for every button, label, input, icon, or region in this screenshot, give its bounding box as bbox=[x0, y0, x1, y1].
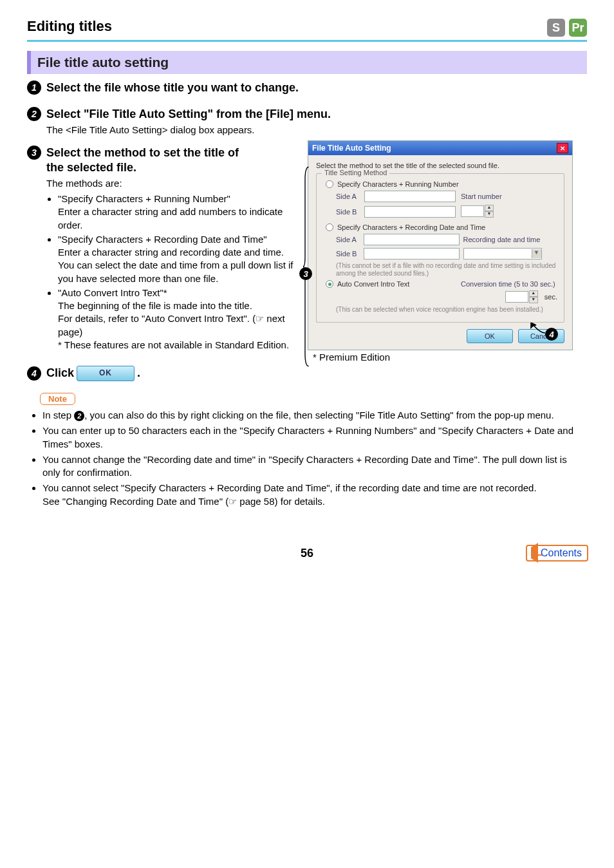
file-title-auto-setting-dialog: File Title Auto Setting ✕ Select the met… bbox=[308, 140, 573, 350]
ok-button-inline[interactable]: OK bbox=[77, 366, 135, 381]
section-heading: File title auto setting bbox=[27, 51, 587, 74]
side-b-label-1: Side B bbox=[336, 208, 360, 216]
step3-heading-line2: the selected file. bbox=[46, 160, 239, 175]
method1-title: "Specify Characters + Running Number" bbox=[58, 193, 230, 204]
note1-step-icon: 2 bbox=[74, 411, 84, 421]
dialog-ok-button[interactable]: OK bbox=[467, 329, 513, 343]
step-number-3: 3 bbox=[27, 146, 41, 160]
edition-badges: S Pr bbox=[547, 19, 587, 37]
callout-number-3: 3 bbox=[299, 267, 312, 280]
conversion-time-label: Conversion time (5 to 30 sec.) bbox=[461, 280, 557, 288]
recording-date-dropdown[interactable]: ▼ bbox=[463, 248, 542, 259]
side-a-input-1[interactable] bbox=[364, 191, 456, 202]
pointer-icon: ☞ bbox=[256, 314, 264, 324]
step1-heading: Select the file whose title you want to … bbox=[46, 80, 299, 95]
dialog-title: File Title Auto Setting bbox=[312, 144, 391, 153]
premium-caption: * Premium Edition bbox=[313, 352, 587, 363]
method2-body1: Enter a character string and recording d… bbox=[58, 246, 297, 259]
method3-note: * These features are not available in St… bbox=[58, 339, 297, 352]
start-number-label: Start number bbox=[461, 193, 557, 200]
radio-auto-convert-label: Auto Convert Intro Text bbox=[337, 280, 409, 288]
badge-standard: S bbox=[547, 19, 565, 37]
header-rule bbox=[27, 40, 587, 42]
triangle-left-icon bbox=[531, 543, 538, 563]
dialog-warn2: (This can be selected when voice recogni… bbox=[336, 306, 557, 314]
callout-arrow-icon bbox=[530, 323, 546, 334]
conversion-time-spin[interactable] bbox=[505, 291, 528, 303]
groupbox-legend: Title Setting Method bbox=[322, 169, 389, 176]
method3-title: "Auto Convert Intro Text"* bbox=[58, 287, 167, 298]
brace-icon bbox=[303, 167, 310, 366]
contents-button[interactable]: Contents bbox=[526, 545, 588, 561]
step-number-1: 1 bbox=[27, 80, 41, 95]
side-b-label-2: Side B bbox=[336, 250, 360, 258]
start-number-spin[interactable] bbox=[461, 205, 484, 217]
step3-intro: The methods are: bbox=[46, 177, 297, 190]
note-item-2: You can enter up to 50 characters each i… bbox=[42, 424, 587, 451]
spin-up-icon-2[interactable]: ▲ bbox=[529, 290, 538, 297]
note4-pre: See "Changing Recording Date and Time" ( bbox=[42, 496, 228, 507]
step4-pre: Click bbox=[46, 366, 74, 381]
step-number-4: 4 bbox=[27, 366, 41, 381]
method2-title: "Specify Characters + Recording Date and… bbox=[58, 234, 267, 245]
page-number: 56 bbox=[27, 547, 587, 560]
step2-body: The <File Title Auto Setting> dialog box… bbox=[46, 124, 587, 137]
sec-label: sec. bbox=[544, 293, 557, 301]
chevron-down-icon: ▼ bbox=[532, 249, 541, 258]
step3-heading-line1: Select the method to set the title of bbox=[46, 146, 239, 160]
side-a-label-2: Side A bbox=[336, 236, 360, 243]
close-icon[interactable]: ✕ bbox=[557, 143, 568, 153]
side-a-label-1: Side A bbox=[336, 193, 360, 200]
triangle-underline-icon bbox=[533, 554, 542, 556]
method2-body2: You can select the date and time from a … bbox=[58, 259, 297, 285]
side-b-input-2[interactable] bbox=[364, 248, 459, 259]
pointer-icon-2: ☞ bbox=[228, 496, 237, 507]
method1-body: Enter a character string and add numbers… bbox=[58, 205, 297, 232]
note1-pre: In step bbox=[42, 410, 74, 420]
recording-date-label: Recording date and time bbox=[463, 236, 557, 243]
method3-body2a: For details, refer to "Auto Convert Intr… bbox=[58, 313, 256, 324]
spin-up-icon[interactable]: ▲ bbox=[485, 205, 494, 211]
step2-heading: Select "File Title Auto Setting" from th… bbox=[46, 107, 331, 122]
radio-auto-convert[interactable] bbox=[326, 280, 333, 288]
note-item-1: In step 2, you can also do this by right… bbox=[42, 409, 587, 422]
spin-down-icon[interactable]: ▼ bbox=[485, 211, 494, 218]
note4-post: page 58) for details. bbox=[237, 496, 325, 507]
note-label: Note bbox=[40, 393, 75, 405]
note4-line1: You cannot select "Specify Characters + … bbox=[42, 482, 537, 493]
step-number-2: 2 bbox=[27, 107, 41, 121]
dialog-warn1: (This cannot be set if a file with no re… bbox=[336, 262, 557, 278]
radio-running-number[interactable] bbox=[326, 180, 333, 188]
contents-label: Contents bbox=[541, 547, 582, 559]
side-b-input-1[interactable] bbox=[364, 206, 456, 218]
note-item-4: You cannot select "Specify Characters + … bbox=[42, 482, 587, 508]
badge-premium: Pr bbox=[569, 19, 587, 37]
spin-down-icon-2[interactable]: ▼ bbox=[529, 297, 538, 303]
note-item-3: You cannot change the "Recording date an… bbox=[42, 453, 587, 480]
radio-recording-date[interactable] bbox=[326, 223, 333, 231]
side-a-input-2[interactable] bbox=[364, 234, 459, 245]
callout-number-4: 4 bbox=[545, 328, 558, 341]
radio-running-number-label: Specify Characters + Running Number bbox=[337, 180, 459, 188]
radio-recording-date-label: Specify Characters + Recording Date and … bbox=[337, 223, 485, 231]
page-title: Editing titles bbox=[27, 18, 112, 35]
step4-post: . bbox=[137, 366, 140, 381]
method3-body1: The beginning of the file is made into t… bbox=[58, 299, 297, 312]
note1-post: , you can also do this by right clicking… bbox=[84, 410, 554, 420]
